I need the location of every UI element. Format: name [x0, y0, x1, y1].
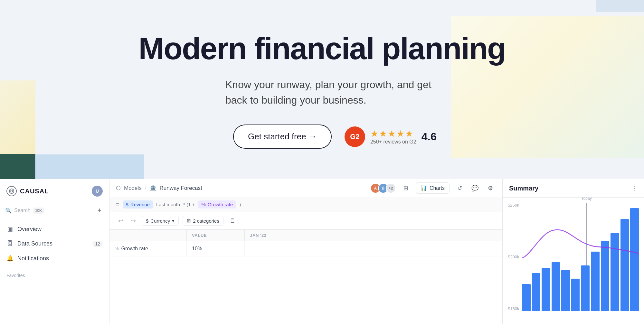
causal-logo-icon	[9, 188, 14, 194]
panel-header: ⬡ Models / 🏦 Runway Forecast A B +2 ⊞ 📊 …	[109, 179, 502, 197]
charts-label: Charts	[430, 185, 445, 191]
row-label: % Growth rate	[109, 241, 187, 256]
history-button[interactable]: ↺	[454, 183, 465, 194]
hero-subtitle: Know your runway, plan your growth, and …	[225, 77, 444, 108]
chart-canvas: Today	[522, 203, 639, 311]
undo-button[interactable]: ↩	[116, 216, 125, 225]
bar-10	[611, 233, 619, 311]
formula-bar: = $ Revenue Last month * (1 + % Growth r…	[109, 197, 502, 212]
data-sources-badge: 12	[92, 241, 103, 247]
today-label: Today	[582, 196, 592, 201]
favorites-section-label: Favorites	[0, 268, 109, 279]
search-icon: 🔍	[5, 208, 12, 214]
rating-score: 4.6	[421, 130, 437, 143]
logo-icon	[6, 186, 17, 196]
formula-growth-token[interactable]: % Growth rate	[198, 200, 236, 208]
sidebar-item-overview[interactable]: ▣ Overview	[0, 222, 109, 236]
currency-label: Currency	[150, 218, 170, 224]
rating-row: G2 ★★★★★ 250+ reviews on G2 4.6	[345, 126, 437, 147]
formula-operator: * (1 +	[183, 202, 195, 207]
breadcrumb-models[interactable]: Models	[124, 185, 142, 191]
hero-section: Modern financial planning Know your runw…	[0, 0, 644, 180]
more-options-button[interactable]: ⋮	[631, 184, 638, 192]
bar-5	[561, 270, 570, 311]
bar-12	[630, 208, 639, 311]
sidebar-item-notifications[interactable]: 🔔 Notifications	[0, 251, 109, 266]
bar-6	[571, 279, 580, 311]
bar-9	[601, 241, 610, 311]
summary-title: Summary	[509, 185, 538, 192]
bar-2	[532, 273, 541, 311]
categories-label: 2 categories	[193, 218, 219, 224]
charts-icon: 📊	[421, 185, 427, 191]
breadcrumb-runway-forecast: Runway Forecast	[160, 185, 202, 191]
breadcrumb-models-icon: ⬡	[116, 185, 121, 191]
search-shortcut: ⌘K	[33, 208, 44, 214]
col-value: VALUE	[187, 230, 245, 241]
comments-button[interactable]: 💬	[469, 183, 480, 194]
collaborator-avatars: A B +2	[370, 183, 396, 193]
percent-icon: %	[201, 202, 205, 207]
formula-revenue-token[interactable]: $ Revenue	[123, 200, 153, 208]
sidebar-nav: ▣ Overview 🗄 Data Sources 12 🔔 Notificat…	[0, 219, 109, 268]
bar-4	[552, 262, 560, 311]
note-button[interactable]: 🗒	[227, 215, 238, 226]
sidebar-header: CAUSAL U	[0, 179, 109, 202]
overview-label: Overview	[17, 226, 42, 233]
row-name: Growth rate	[121, 246, 148, 252]
toolbar-row: ↩ ↪ $ Currency ▾ ⊞ 2 categories 🗒	[109, 212, 502, 230]
summary-chart: $250k $200k $150k Today	[503, 198, 644, 324]
currency-icon: $	[146, 218, 148, 224]
table-header: VALUE JAN '22	[109, 230, 502, 241]
growth-label: Growth rate	[208, 202, 233, 207]
col-name	[109, 230, 187, 241]
bar-3	[542, 268, 550, 311]
formula-close-paren: )	[239, 202, 241, 207]
settings-button[interactable]: ⚙	[485, 183, 496, 194]
bell-icon: 🔔	[6, 255, 14, 262]
breadcrumb: ⬡ Models / 🏦 Runway Forecast	[116, 185, 202, 191]
data-table: VALUE JAN '22 % Growth rate 10% —	[109, 230, 502, 324]
svg-point-0	[9, 189, 14, 193]
chart-bars	[522, 203, 639, 311]
y-label-200k: $200k	[508, 255, 519, 259]
categories-button[interactable]: ⊞ 2 categories	[183, 216, 223, 226]
database-icon: 🗄	[6, 240, 14, 247]
sidebar: CAUSAL U 🔍 Search ⌘K + ▣ Overview 🗄 Data…	[0, 179, 109, 324]
layout-icon-button[interactable]: ⊞	[401, 183, 412, 194]
dollar-icon: $	[126, 202, 128, 207]
redo-button[interactable]: ↪	[129, 216, 138, 225]
y-label-150k: $150k	[508, 306, 519, 311]
user-avatar[interactable]: U	[92, 186, 103, 197]
cta-row: Get started free → G2 ★★★★★ 250+ reviews…	[233, 125, 437, 149]
header-actions: A B +2 ⊞ 📊 Charts ↺ 💬 ⚙	[370, 182, 496, 194]
row-jan22: —	[245, 241, 303, 256]
summary-panel: Summary ⋮ $250k $200k $150k Today	[502, 179, 644, 324]
bar-7	[581, 265, 590, 311]
main-panel: ⬡ Models / 🏦 Runway Forecast A B +2 ⊞ 📊 …	[109, 179, 502, 324]
g2-badge: G2	[345, 126, 365, 147]
add-new-button[interactable]: +	[95, 206, 104, 215]
sidebar-logo: CAUSAL	[6, 186, 49, 196]
equals-sign: =	[116, 201, 119, 208]
currency-button[interactable]: $ Currency ▾	[142, 216, 179, 226]
data-sources-label: Data Sources	[17, 240, 52, 247]
monitor-icon: ▣	[6, 226, 14, 233]
revenue-label: Revenue	[130, 202, 150, 207]
y-label-250k: $250k	[508, 203, 519, 208]
breadcrumb-separator: /	[145, 185, 147, 191]
search-label: Search	[14, 208, 31, 213]
sidebar-item-data-sources[interactable]: 🗄 Data Sources 12	[0, 236, 109, 251]
notifications-label: Notifications	[17, 255, 49, 262]
sidebar-search-bar: 🔍 Search ⌘K +	[0, 202, 109, 219]
get-started-button[interactable]: Get started free →	[233, 125, 332, 149]
table-row[interactable]: % Growth rate 10% —	[109, 241, 502, 256]
summary-header: Summary ⋮	[503, 179, 644, 198]
logo-text: CAUSAL	[20, 188, 49, 195]
charts-button[interactable]: 📊 Charts	[416, 182, 450, 194]
app-ui-section: CAUSAL U 🔍 Search ⌘K + ▣ Overview 🗄 Data…	[0, 179, 644, 324]
stars: ★★★★★ 250+ reviews on G2	[370, 128, 416, 145]
formula-period: Last month	[156, 202, 180, 207]
grid-icon: ⊞	[187, 218, 191, 224]
avatar-count: +2	[386, 183, 396, 193]
